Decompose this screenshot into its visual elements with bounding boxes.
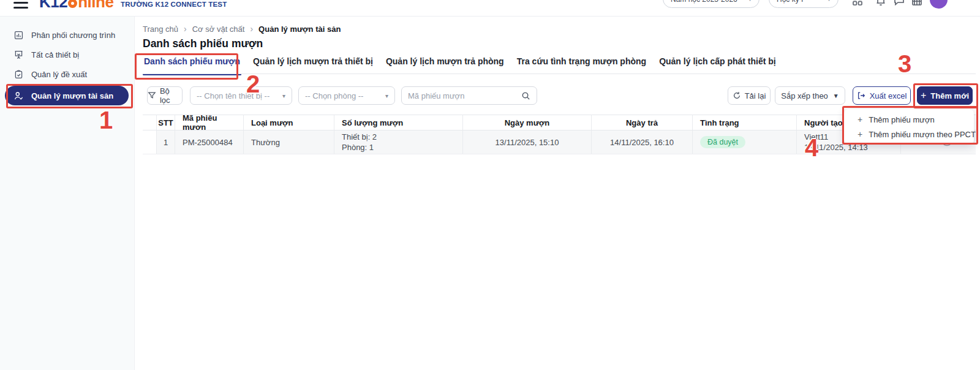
search-icon[interactable] [521,91,530,100]
header-gutter [143,115,156,130]
bell-icon[interactable] [875,0,887,7]
cell-ngay-tra: 14/11/2025, 16:10 [591,130,692,154]
export-excel-button[interactable]: Xuất excel [853,86,911,105]
chevron-down-icon: ▾ [827,0,831,2]
cell-so-luong-muon: Thiết bị: 2 Phòng: 1 [334,130,462,154]
tab-quan-ly-lich-cap-phat-thiet-bi[interactable]: Quản lý lịch cấp phát thiết bị [658,55,777,74]
add-new-button[interactable]: + Thêm mới [917,86,973,105]
menu-item-them-phieu-muon[interactable]: + Thêm phiếu mượn [844,112,974,127]
chevron-down-icon: ▾ [282,92,285,99]
chevron-down-icon: ▾ [748,0,752,2]
plus-icon: + [858,115,862,124]
refresh-icon [733,91,741,100]
k12-online-logo: K12nline [39,0,113,12]
add-new-dropdown-menu: + Thêm phiếu mượn + Thêm phiếu mượn theo… [844,109,974,145]
clipboard-check-icon [13,69,24,80]
plus-icon: + [858,129,862,139]
page-title: Danh sách phiếu mượn [143,37,263,50]
logo-o-ring-icon [68,0,77,8]
qty-room: Phòng: 1 [342,142,377,153]
funnel-icon [148,91,156,100]
breadcrumb-separator-icon: › [250,24,253,34]
tab-tra-cuu-tinh-trang-muon-phong[interactable]: Tra cứu tình trạng mượn phòng [516,55,647,74]
sidebar-item-label: Tất cả thiết bị [31,50,79,59]
sidebar-item-quan-ly-muon-tai-san[interactable]: Quản lý mượn tài sản [5,86,129,105]
header-ngay-tra: Ngày trả [591,115,692,130]
room-select[interactable]: -- Chọn phòng -- ▾ [298,86,395,105]
top-header-bar: K12nline TRƯỜNG K12 CONNECT TEST Năm học… [0,0,980,17]
breadcrumb-current: Quản lý mượn tài sản [258,25,341,34]
chat-icon[interactable] [893,0,905,7]
search-box [401,86,537,105]
status-badge: Đã duyệt [700,136,745,148]
export-icon [857,91,865,100]
filter-button[interactable]: Bộ lọc [147,86,183,105]
app: K12nline TRƯỜNG K12 CONNECT TEST Năm học… [0,0,980,370]
header-loai-muon: Loại mượn [243,115,334,130]
sidebar-item-label: Quản lý mượn tài sản [31,91,113,100]
tab-bar: Danh sách phiếu mượn Quản lý lịch mượn t… [143,55,777,74]
breadcrumb-home[interactable]: Trang chủ [143,25,178,34]
cell-ma-phieu-muon: PM-25000484 [175,130,243,154]
sidebar-item-tat-ca-thiet-bi[interactable]: Tất cả thiết bị [5,46,129,63]
school-year-select[interactable]: Năm học 2025-2026 ▾ [663,0,760,8]
cell-tinh-trang: Đã duyệt [692,130,796,154]
logo-text-nline: nline [78,0,113,11]
user-avatar[interactable] [930,0,948,9]
caret-down-icon: ▼ [833,92,839,99]
cell-stt: 1 [156,130,175,154]
annotation-number-3: 3 [898,51,911,76]
projector-screen-icon [13,50,24,60]
plus-icon: + [921,90,926,101]
menu-item-them-phieu-muon-theo-ppct[interactable]: + Thêm phiếu mượn theo PPCT [844,127,974,142]
tab-danh-sach-phieu-muon[interactable]: Danh sách phiếu mượn [143,55,241,74]
apps-grid-icon[interactable] [911,0,923,7]
header-so-luong-muon: Số lượng mượn [334,115,462,130]
sidebar-item-label: Quản lý đề xuất [31,70,87,79]
header-stt: STT [156,115,175,130]
person-check-icon [13,91,24,101]
header-ngay-muon: Ngày mượn [462,115,591,130]
tab-quan-ly-lich-muon-tra-thiet-bi[interactable]: Quản lý lịch mượn trả thiết bị [252,55,374,74]
breadcrumb: Trang chủ › Cơ sở vật chất › Quản lý mượ… [143,24,341,34]
tabs-divider [143,74,976,74]
header-ma-phieu-muon: Mã phiếu mượn [175,115,243,130]
cell-ngay-muon: 13/11/2025, 15:10 [462,130,591,154]
sidebar-item-phan-phoi-chuong-trinh[interactable]: Phân phối chương trình [5,26,129,43]
breadcrumb-separator-icon: › [184,24,187,34]
reload-button[interactable]: Tải lại [728,86,771,105]
hamburger-menu-icon[interactable] [13,2,28,9]
search-input[interactable] [408,91,521,100]
grid-icon[interactable] [851,0,864,7]
sidebar-item-label: Phân phối chương trình [31,31,115,40]
tab-quan-ly-lich-muon-tra-phong[interactable]: Quản lý lịch mượn trả phòng [385,55,505,74]
sort-by-button[interactable]: Sắp xếp theo ▼ [775,86,845,105]
school-name: TRƯỜNG K12 CONNECT TEST [121,1,227,8]
header-tinh-trang: Tình trạng [692,115,796,130]
semester-select[interactable]: Học kỳ I ▾ [769,0,839,8]
sidebar-item-quan-ly-de-xuat[interactable]: Quản lý đề xuất [5,66,129,83]
cell-loai-muon: Thường [243,130,334,154]
qty-device: Thiết bị: 2 [342,132,377,142]
device-select[interactable]: -- Chọn tên thiết bị -- ▾ [190,86,292,105]
sidebar: Phân phối chương trình Tất cả thiết bị Q… [0,17,135,370]
chevron-down-icon: ▾ [385,92,388,99]
breadcrumb-co-so-vat-chat[interactable]: Cơ sở vật chất [192,25,245,34]
logo-text-k12: K12 [39,0,67,11]
bar-chart-icon [13,30,24,40]
row-gutter [143,130,156,154]
